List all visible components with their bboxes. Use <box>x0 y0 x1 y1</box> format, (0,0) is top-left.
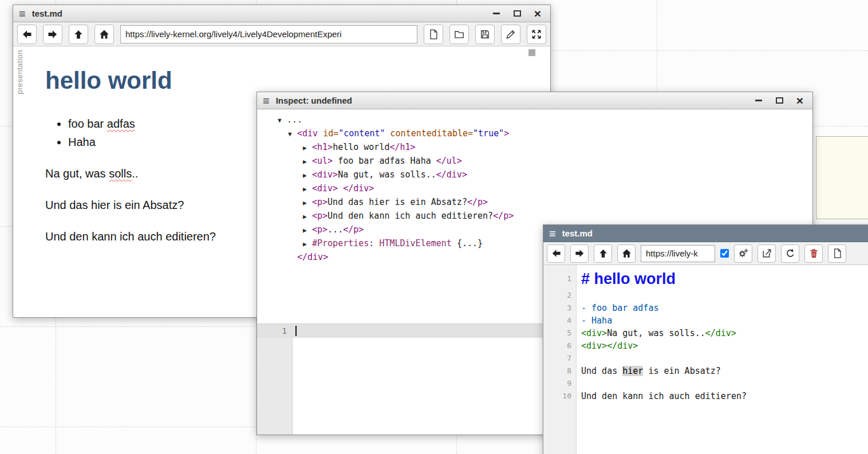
code-line[interactable]: 10Und den kann ich auch editieren? <box>543 390 868 402</box>
close-button[interactable]: × <box>533 9 542 18</box>
refresh-icon <box>785 248 796 259</box>
code-line-text: ▶#Properties: HTMLDivElement {...} <box>303 238 483 248</box>
code-line[interactable]: 7 <box>543 352 868 365</box>
code-line[interactable]: ▶<div>Na gut, was solls..</div> <box>257 168 812 182</box>
auto-update-checkbox-wrap <box>720 249 729 258</box>
auto-update-checkbox[interactable] <box>720 249 729 258</box>
back-button[interactable] <box>17 25 37 44</box>
titlebar[interactable]: ≡ test.md <box>543 225 868 242</box>
forward-button[interactable] <box>570 244 589 263</box>
up-button[interactable] <box>69 25 88 44</box>
list-item-text: foo bar <box>68 117 107 130</box>
code-line-text: ▶<p>...</p> <box>303 224 364 235</box>
file-icon <box>428 29 439 40</box>
markdown-source-editor[interactable]: 1# hello world2 3- foo bar adfas4- Haha5… <box>543 265 868 454</box>
minimize-icon <box>493 13 500 14</box>
arrow-right-icon <box>574 248 585 259</box>
code-line[interactable]: ▼... <box>257 113 812 127</box>
code-line-text <box>577 377 586 390</box>
line-number: 1 <box>543 269 577 289</box>
code-line[interactable]: ▶<p>Und den kann ich auch editieren?</p> <box>257 210 812 223</box>
background-note-panel <box>816 136 868 219</box>
expand-icon <box>531 29 542 40</box>
code-line-text: Und das hier is ein Absatz? <box>577 365 721 377</box>
window-markdown-editor: ≡ test.md 1# hello world2 3- foo bar adf… <box>543 224 868 454</box>
code-line[interactable]: 5<div>Na gut, was solls..</div> <box>543 327 868 339</box>
open-external-button[interactable] <box>757 244 776 263</box>
code-line[interactable]: 3- foo bar adfas <box>543 302 868 314</box>
line-number: 8 <box>543 365 577 377</box>
home-button[interactable] <box>617 244 636 263</box>
close-button[interactable]: × <box>795 96 804 105</box>
home-icon <box>621 248 632 259</box>
forward-button[interactable] <box>43 25 62 44</box>
code-line[interactable]: ▼<div id="content" contenteditable="true… <box>257 127 812 141</box>
grid-line <box>551 50 868 51</box>
code-line[interactable]: 4- Haha <box>543 314 868 327</box>
code-line-text: </div> <box>297 252 328 262</box>
line-number: 7 <box>543 352 577 365</box>
window-menu-icon[interactable]: ≡ <box>549 228 556 239</box>
save-button[interactable] <box>475 25 495 44</box>
window-menu-icon[interactable]: ≡ <box>19 8 26 19</box>
url-input[interactable] <box>641 245 715 262</box>
url-input[interactable] <box>120 25 417 44</box>
code-line-text: ▶<p>Und das hier is ein Absatz?</p> <box>303 197 488 207</box>
browse-folder-button[interactable] <box>449 25 469 44</box>
window-title: test.md <box>32 9 486 18</box>
maximize-button[interactable] <box>775 96 784 105</box>
delete-button[interactable] <box>804 244 823 263</box>
external-link-icon <box>762 248 772 259</box>
new-file-button[interactable] <box>828 244 846 263</box>
gears-icon <box>738 248 749 259</box>
markdown-heading: hello world <box>45 67 527 94</box>
misspelled-word: solls <box>109 167 132 180</box>
code-line[interactable]: ▶<div> </div> <box>257 182 812 196</box>
code-line[interactable]: ▶<ul> foo bar adfas Haha </ul> <box>257 155 812 168</box>
code-line[interactable]: 1# hello world <box>543 269 868 289</box>
maximize-icon <box>514 10 521 17</box>
line-number: 2 <box>543 289 577 302</box>
window-controls: × <box>492 9 545 18</box>
text-cursor <box>295 326 297 336</box>
minimize-icon <box>755 100 762 101</box>
home-icon <box>98 29 110 40</box>
titlebar[interactable]: ≡ Inspect: undefined × <box>257 92 812 109</box>
arrow-right-icon <box>47 29 58 40</box>
code-line-text: # hello world <box>577 269 676 289</box>
code-line-text: ▶<h1>hello world</h1> <box>303 142 416 152</box>
folder-icon <box>453 29 465 40</box>
back-button[interactable] <box>547 244 565 263</box>
trash-icon <box>808 248 819 259</box>
arrow-up-icon <box>73 29 84 40</box>
home-button[interactable] <box>94 25 114 44</box>
line-number: 5 <box>543 327 577 339</box>
code-line[interactable]: ▶<h1>hello world</h1> <box>257 141 812 155</box>
new-file-button[interactable] <box>424 25 443 44</box>
code-line[interactable]: 2 <box>543 289 868 302</box>
code-line[interactable]: ▶<p>Und das hier is ein Absatz?</p> <box>257 196 812 210</box>
window-controls: × <box>754 96 807 105</box>
code-line[interactable]: 8Und das hier is ein Absatz? <box>543 365 868 377</box>
maximize-button[interactable] <box>512 9 522 18</box>
fullscreen-button[interactable] <box>527 25 546 44</box>
scrollbar-thumb[interactable] <box>528 49 535 56</box>
window-menu-icon[interactable]: ≡ <box>263 95 270 106</box>
line-number: 9 <box>543 377 577 390</box>
code-line[interactable]: 6<div></div> <box>543 339 868 352</box>
code-line-text: ▼<div id="content" contenteditable="true… <box>288 128 509 139</box>
edit-button[interactable] <box>501 25 520 44</box>
line-number: 10 <box>543 390 577 402</box>
minimize-button[interactable] <box>492 9 501 18</box>
up-button[interactable] <box>594 244 612 263</box>
code-line-text: - Haha <box>577 314 612 327</box>
line-number: 4 <box>543 314 577 327</box>
code-line-text: ▶<div> </div> <box>303 183 374 194</box>
floppy-icon <box>479 29 491 40</box>
minimize-button[interactable] <box>754 96 763 105</box>
refresh-button[interactable] <box>781 244 799 263</box>
code-line[interactable]: 9 <box>543 377 868 390</box>
titlebar[interactable]: ≡ test.md × <box>13 5 550 22</box>
settings-button[interactable] <box>734 244 752 263</box>
window-title: Inspect: undefined <box>276 96 748 105</box>
